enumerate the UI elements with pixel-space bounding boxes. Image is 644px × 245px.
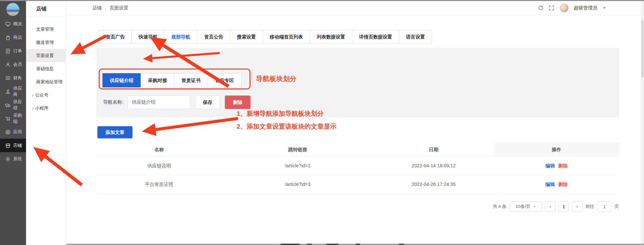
nav-name-label: 导航名称: [103, 99, 123, 105]
sidebar-item-finance[interactable]: 财务 [0, 71, 26, 85]
cell-actions: 编辑 删除 [494, 175, 619, 193]
breadcrumb-shop[interactable]: 店铺 [92, 5, 102, 11]
submenu-item-basic-info[interactable]: 基础信息 [26, 62, 66, 75]
submenu-item-page-settings[interactable]: 页面设置 [26, 49, 66, 62]
chevron-down-icon [603, 7, 606, 9]
tab-footer-nav[interactable]: 底部导航 [164, 30, 197, 44]
refresh-icon[interactable] [538, 5, 544, 11]
sidebar-item-overview[interactable]: 概况 [0, 17, 26, 31]
delete-button[interactable]: 删除 [225, 96, 251, 109]
tab-quick-nav[interactable]: 快速导航 [132, 30, 165, 44]
sidebar-item-system[interactable]: 系统 [0, 152, 26, 166]
cell-link: /article?id=1 [222, 157, 374, 175]
cell-link: /article?id=3 [222, 175, 374, 193]
person-icon [5, 62, 11, 67]
tab-detail-data-settings[interactable]: 详情页数据设置 [352, 30, 399, 44]
cell-name: 供应链说明 [96, 157, 222, 175]
submenu-group-mini-program[interactable]: ›小程序 [26, 102, 66, 115]
sidebar-item-label: 供应商 [13, 85, 26, 98]
current-page-button[interactable]: 1 [558, 201, 569, 212]
wallet-icon [5, 75, 11, 81]
save-button[interactable]: 保存 [195, 96, 220, 109]
vertical-scrollbar[interactable] [641, 1, 644, 245]
cart-icon [5, 116, 11, 121]
arrow-to-add-article-button [145, 118, 238, 131]
sidebar-item-label: 店铺 [13, 142, 22, 148]
annotation-box-label: 导航板块划分 [256, 74, 296, 83]
gear-icon [5, 156, 11, 162]
sidebar-item-label: 采购端 [13, 112, 26, 125]
sidebar-item-suppliers[interactable]: 供应商 [0, 85, 26, 98]
tab-language-settings[interactable]: 语言设置 [399, 30, 432, 44]
page-size-value: 10条/页 [516, 203, 530, 210]
submenu-group-label: 小程序 [35, 106, 48, 111]
primary-sidebar-menu: 概况 商品 订单 会员 财务 供应商 [0, 17, 26, 166]
sidebar-item-label: 应用 [13, 129, 22, 135]
bottom-edge-mark [399, 244, 404, 245]
tab-home-ads[interactable]: 首页广告 [99, 30, 132, 44]
user-name[interactable]: 超级管理员 [574, 5, 597, 11]
sidebar-item-shop[interactable]: 店铺 [0, 139, 26, 152]
submenu-item-article-management[interactable]: 文章管理 [26, 23, 66, 36]
tab-search-settings[interactable]: 搜索设置 [230, 30, 263, 44]
app-logo[interactable] [6, 3, 20, 16]
sidebar-item-orders[interactable]: 订单 [0, 44, 26, 58]
delete-link[interactable]: 删除 [558, 157, 568, 175]
nav-name-input[interactable] [127, 96, 190, 109]
cell-date: 2022-04-14 18:09:12 [374, 157, 494, 175]
bottom-edge-mark [281, 244, 300, 245]
bag-icon [5, 35, 11, 40]
table-body: 供应链说明 /article?id=1 2022-04-14 18:09:12 … [96, 157, 619, 194]
pagination: 共 4 条 10条/页 ‹ 1 › 前往 页 [493, 201, 619, 212]
supplier-person-icon [5, 89, 11, 94]
chevron-down-icon [533, 206, 536, 208]
breadcrumb-separator-icon: › [105, 5, 106, 11]
goto-label: 前往 [586, 203, 594, 210]
delete-link[interactable]: 删除 [558, 175, 568, 193]
edit-link[interactable]: 编辑 [545, 175, 555, 193]
sidebar-item-label: 概况 [13, 21, 22, 27]
table-row: 供应链说明 /article?id=1 2022-04-14 18:09:12 … [96, 157, 619, 175]
scrollbar-thumb[interactable] [641, 20, 644, 78]
submenu-title: 店铺 [26, 0, 66, 17]
sidebar-item-apps[interactable]: 应用 [0, 125, 26, 139]
user-avatar[interactable] [559, 3, 569, 12]
sidebar-item-members[interactable]: 会员 [0, 58, 26, 71]
cell-date: 2022-04-26 17:24:35 [374, 175, 494, 193]
top-bar: 店铺 › 页面设置 超级管理员 [66, 1, 641, 15]
subtab-procurement-docking[interactable]: 采购对接 [141, 73, 174, 87]
add-article-button[interactable]: 添加文章 [97, 126, 133, 138]
subtab-qualification-cert[interactable]: 资质证书 [174, 73, 208, 87]
edit-link[interactable]: 编辑 [545, 157, 555, 175]
col-header-actions: 操作 [494, 143, 619, 156]
bottom-edge-mark [326, 244, 338, 245]
goto-unit-label: 页 [615, 203, 619, 210]
page-size-select[interactable]: 10条/页 [509, 201, 542, 212]
sidebar-item-supply-chain[interactable]: 供应链 [0, 98, 26, 112]
sidebar-item-goods[interactable]: 商品 [0, 31, 26, 44]
subtab-after-sales[interactable]: 售后专区 [208, 73, 241, 87]
nav-name-form: 导航名称: 保存 删除 [103, 96, 251, 109]
admin-app: 概况 商品 订单 会员 财务 供应商 [0, 0, 644, 245]
nav-section-tabs: 供应链介绍 采购对接 资质证书 售后专区 [102, 73, 241, 87]
submenu-item-channel-management[interactable]: 频道管理 [26, 36, 66, 49]
wheel-icon [5, 129, 11, 135]
sidebar-item-label: 会员 [13, 61, 22, 67]
article-table: 名称 跳转链接 日期 操作 供应链说明 /article?id=1 2022-0… [96, 143, 619, 194]
col-header-link: 跳转链接 [222, 143, 374, 156]
tab-list-data-settings[interactable]: 列表数据设置 [310, 30, 352, 44]
col-header-date: 日期 [374, 143, 494, 156]
page-tabs: 首页广告 快速导航 底部导航 首页公告 搜索设置 移动端首页列表 列表数据设置 … [99, 30, 432, 44]
fullscreen-icon[interactable] [549, 5, 554, 11]
sidebar-item-procurement[interactable]: 采购端 [0, 112, 26, 125]
bottom-window-edge [66, 244, 644, 245]
table-header-row: 名称 跳转链接 日期 操作 [96, 143, 619, 157]
sidebar-item-label: 订单 [13, 48, 22, 54]
goto-page-input[interactable] [597, 201, 612, 212]
window-top-edge [0, 0, 644, 1]
next-page-button[interactable]: › [572, 201, 582, 212]
subtab-supply-chain-intro[interactable]: 供应链介绍 [102, 73, 141, 87]
tab-home-notice[interactable]: 首页公告 [197, 30, 230, 44]
prev-page-button[interactable]: ‹ [545, 201, 555, 212]
tab-mobile-home-list[interactable]: 移动端首页列表 [263, 30, 310, 44]
